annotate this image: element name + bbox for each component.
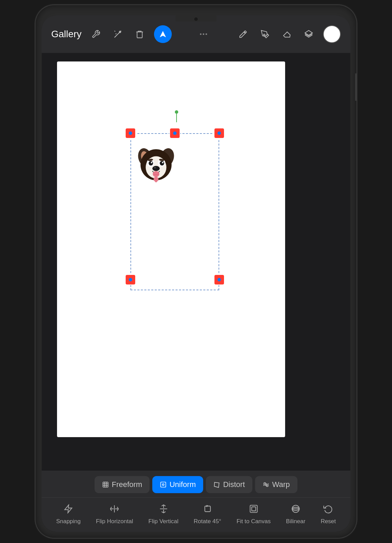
rotate-label: Rotate 45° — [194, 518, 221, 525]
svg-point-20 — [162, 162, 163, 163]
svg-line-3 — [115, 33, 116, 34]
svg-line-0 — [114, 31, 121, 38]
svg-point-17 — [149, 161, 153, 166]
action-bar: Snapping Flip Horizontal — [42, 497, 350, 532]
svg-rect-34 — [205, 506, 210, 512]
svg-marker-4 — [160, 31, 166, 37]
svg-point-21 — [152, 166, 160, 171]
svg-point-8 — [264, 34, 265, 36]
warp-mode-button[interactable]: Warp — [255, 476, 297, 493]
layers-icon[interactable] — [301, 27, 316, 42]
rotate-icon — [200, 502, 215, 516]
eraser-icon[interactable] — [279, 27, 294, 42]
drawing-canvas[interactable] — [57, 61, 285, 437]
transform-modes-bar: Freeform Uniform Distort — [42, 471, 350, 497]
distort-mode-button[interactable]: Distort — [206, 476, 252, 493]
canvas-area — [42, 53, 350, 532]
svg-point-18 — [160, 161, 164, 166]
reset-icon — [321, 502, 335, 516]
bottom-toolbar: Freeform Uniform Distort — [42, 471, 350, 532]
top-bar-center — [172, 27, 236, 42]
snapping-button[interactable]: Snapping — [56, 502, 81, 525]
flip-vertical-icon — [156, 502, 171, 516]
history-icon[interactable] — [132, 27, 147, 42]
flip-horizontal-icon — [107, 502, 122, 516]
bilinear-icon — [289, 502, 303, 516]
bilinear-label: Bilinear — [286, 518, 306, 525]
color-picker[interactable] — [323, 25, 341, 43]
handle-top-left[interactable] — [125, 128, 136, 139]
bilinear-button[interactable]: Bilinear — [286, 502, 306, 525]
rotation-handle[interactable] — [176, 112, 177, 122]
uniform-mode-button[interactable]: Uniform — [152, 476, 203, 493]
power-button[interactable] — [355, 73, 356, 101]
transform-active-icon[interactable] — [154, 25, 172, 43]
wrench-icon[interactable] — [88, 27, 103, 42]
handle-bottom-right[interactable] — [214, 274, 225, 285]
svg-point-22 — [154, 167, 156, 168]
flip-vertical-button[interactable]: Flip Vertical — [149, 502, 179, 525]
svg-point-7 — [206, 33, 207, 35]
transform-container — [130, 123, 223, 290]
svg-marker-29 — [65, 505, 72, 513]
dog-artwork — [134, 141, 178, 185]
fit-to-canvas-button[interactable]: Fit to Canvas — [237, 502, 271, 525]
flip-vertical-label: Flip Vertical — [149, 518, 179, 525]
flip-horizontal-button[interactable]: Flip Horizontal — [96, 502, 133, 525]
tablet-screen: Gallery — [42, 15, 350, 532]
reset-button[interactable]: Reset — [321, 502, 336, 525]
gallery-button[interactable]: Gallery — [51, 29, 82, 40]
rotation-dot[interactable] — [175, 110, 178, 114]
handle-top-middle[interactable] — [169, 128, 180, 139]
magic-wand-icon[interactable] — [110, 27, 125, 42]
tablet-frame: Gallery — [36, 5, 356, 538]
more-options-icon[interactable] — [196, 27, 211, 42]
handle-bottom-left[interactable] — [125, 274, 136, 285]
brush-icon[interactable] — [236, 27, 251, 42]
svg-point-19 — [151, 162, 152, 163]
camera-notch — [176, 15, 216, 22]
flip-horizontal-label: Flip Horizontal — [96, 518, 133, 525]
svg-rect-26 — [103, 482, 108, 487]
svg-point-6 — [203, 33, 205, 35]
rotate-button[interactable]: Rotate 45° — [194, 502, 221, 525]
svg-point-28 — [163, 484, 164, 486]
snapping-icon — [61, 502, 75, 516]
svg-rect-27 — [161, 482, 166, 487]
fit-canvas-label: Fit to Canvas — [237, 518, 271, 525]
reset-label: Reset — [321, 518, 336, 525]
fit-canvas-icon — [247, 502, 261, 516]
svg-rect-35 — [250, 505, 257, 513]
svg-rect-36 — [252, 507, 256, 511]
top-bar-right — [236, 25, 341, 43]
pen-icon[interactable] — [257, 27, 272, 42]
top-bar-left: Gallery — [51, 25, 172, 43]
svg-line-1 — [114, 31, 115, 31]
camera-dot — [194, 17, 198, 21]
snapping-label: Snapping — [56, 518, 81, 525]
svg-point-5 — [200, 33, 202, 35]
freeform-mode-button[interactable]: Freeform — [95, 476, 150, 493]
handle-top-right[interactable] — [214, 128, 225, 139]
